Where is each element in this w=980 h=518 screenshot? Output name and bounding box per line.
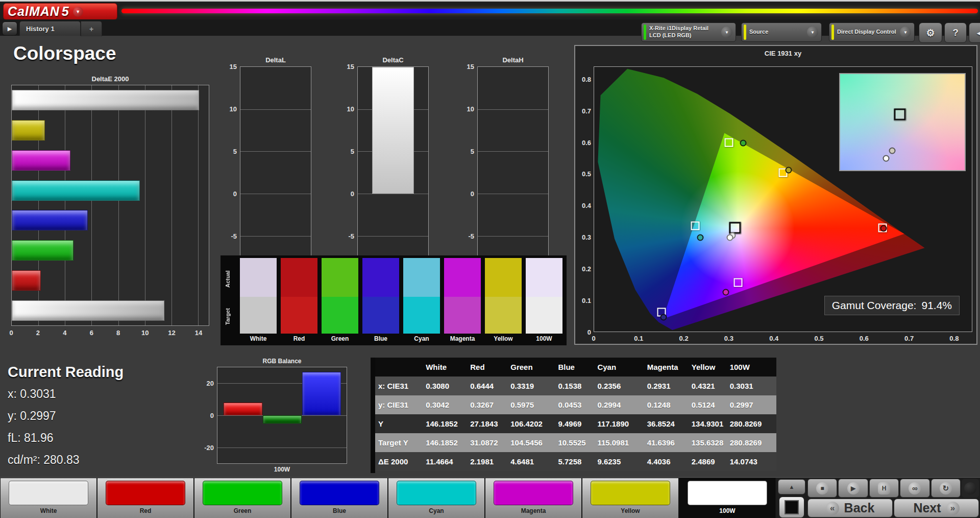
read-series-button[interactable]: H — [869, 479, 899, 498]
plus-icon: + — [89, 25, 93, 33]
display-control-dropdown[interactable]: Direct Display Control ▼ — [829, 22, 915, 42]
app-logo[interactable]: CalMAN 5 ▼ — [3, 3, 117, 20]
rgb-bar-red — [224, 403, 262, 415]
record-dot-icon — [964, 482, 976, 495]
swatch-label: Red — [281, 335, 317, 342]
swatch-col-blue: Blue — [362, 258, 399, 342]
play-button[interactable]: ▶ — [838, 479, 868, 498]
source-dropdown-label: Source — [749, 29, 807, 36]
settings-button[interactable]: ⚙ — [919, 22, 942, 43]
swatch-col-cyan: Cyan — [403, 258, 440, 342]
pattern-swatch — [494, 481, 573, 505]
next-label: Next — [913, 501, 941, 515]
pattern-button-blue[interactable]: Blue — [291, 478, 387, 518]
collapse-panel-button[interactable]: ◀ — [969, 22, 980, 43]
white-measured-dot-2 — [727, 234, 733, 241]
yellow-measured-dot — [785, 167, 792, 174]
table-row-de2000: ΔE 200011.46642.1981 4.64815.72589.6235 … — [375, 452, 776, 471]
play-arrow-icon: ▶ — [8, 26, 12, 32]
swatch-col-yellow: Yellow — [485, 258, 522, 342]
logo-version: 5 — [62, 4, 69, 19]
source-dropdown[interactable]: Source ▼ — [741, 22, 822, 42]
pattern-button-red[interactable]: Red — [97, 478, 193, 518]
cie-y-axis: 0.8 0.7 0.6 0.5 0.4 0.3 0.2 0.1 0 — [576, 66, 591, 332]
chevron-down-icon: ▼ — [900, 27, 911, 38]
tab-nav-arrow-button[interactable]: ▶ — [2, 21, 17, 36]
swatch-col-red: Red — [281, 258, 317, 342]
question-mark-icon: ? — [952, 27, 959, 38]
inset-white-target-square — [894, 108, 906, 120]
continuous-read-button[interactable]: ∞ — [900, 479, 929, 498]
green-target-square — [725, 138, 733, 147]
display-dropdown-label: Direct Display Control — [837, 29, 900, 36]
target-row-label: Target — [225, 299, 232, 334]
tab-history-1[interactable]: History 1 — [19, 21, 81, 36]
bar-magenta — [12, 150, 70, 171]
pattern-swatch — [106, 481, 185, 505]
cie-chart-title: CIE 1931 xy — [594, 50, 972, 57]
pattern-button-yellow[interactable]: Yellow — [582, 478, 678, 518]
pattern-label: Cyan — [429, 507, 444, 514]
swatch-label: Yellow — [485, 335, 522, 342]
pattern-label: 100W — [719, 507, 735, 514]
target-swatch — [240, 297, 277, 334]
add-tab-button[interactable]: + — [81, 21, 102, 36]
pattern-button-magenta[interactable]: Magenta — [485, 478, 581, 518]
transport-controls: ▲ ■ ▶ H ∞ — [776, 478, 980, 518]
rgb-balance-title: RGB Balance — [217, 358, 347, 365]
series-range-icon: H — [878, 482, 890, 495]
chevron-double-right-icon: » — [946, 502, 960, 515]
pattern-button-100w[interactable]: 100W — [679, 478, 775, 518]
logo-menu-chevron-down-icon[interactable]: ▼ — [73, 7, 83, 17]
stop-button[interactable]: ■ — [807, 479, 837, 498]
reading-y: y: 0.2997 — [8, 409, 56, 423]
swatch-label: White — [240, 335, 277, 342]
chevron-left-icon: ◀ — [977, 29, 980, 37]
pattern-swatch — [9, 481, 88, 505]
cie-chromaticity-plot: Gamut Coverage: 91.4% — [594, 66, 972, 332]
refresh-icon: ↻ — [940, 482, 952, 495]
deltal-chart-title: DeltaL — [240, 56, 311, 64]
bar-white — [12, 300, 164, 321]
pattern-swatch — [397, 481, 476, 505]
deltac-chart-title: DeltaC — [357, 56, 429, 64]
rgb-balance-chart — [217, 367, 347, 464]
table-header-row: WhiteRed GreenBlueCyan MagentaYellow100W — [375, 358, 776, 376]
pattern-label: Magenta — [521, 507, 546, 514]
deltah-chart-title: DeltaH — [477, 56, 549, 64]
actual-row-label: Actual — [225, 261, 232, 297]
next-button[interactable]: Next » — [894, 499, 979, 517]
infinity-icon: ∞ — [909, 482, 921, 495]
magenta-target-square — [733, 278, 742, 287]
pattern-swatch — [203, 481, 282, 505]
pattern-window-button[interactable] — [778, 496, 805, 518]
chevron-double-left-icon: « — [826, 502, 839, 515]
deltae2000-chart-title: DeltaE 2000 — [11, 75, 209, 83]
pattern-button-white[interactable]: White — [1, 478, 96, 518]
measurement-table: WhiteRed GreenBlueCyan MagentaYellow100W… — [375, 358, 776, 471]
meter-dropdown[interactable]: X-Rite i1Display Retail LCD (LED RGB) ▼ — [641, 22, 736, 42]
actual-swatch — [281, 258, 317, 297]
rgb-bar-blue — [302, 372, 341, 415]
pattern-swatch — [300, 481, 379, 505]
meter-status-indicator — [962, 479, 979, 498]
pattern-button-cyan[interactable]: Cyan — [388, 478, 484, 518]
rainbow-spectrum-bar — [121, 9, 978, 13]
meter-status-stripe — [644, 25, 646, 40]
actual-swatch — [240, 258, 277, 297]
refresh-read-button[interactable]: ↻ — [931, 479, 961, 498]
target-swatch — [281, 297, 317, 334]
actual-swatch — [362, 258, 399, 297]
bar-yellow — [12, 120, 45, 140]
pattern-button-green[interactable]: Green — [194, 478, 290, 518]
rgb-balance-y-axis: 20 0 -20 — [197, 367, 214, 464]
help-button[interactable]: ? — [944, 22, 967, 43]
collapse-tray-button[interactable]: ▲ — [778, 479, 805, 495]
back-button[interactable]: « Back — [807, 499, 893, 517]
table-scroll-edge — [371, 358, 375, 473]
swatch-col-white: White — [240, 258, 277, 342]
blue-measured-dot — [660, 314, 667, 321]
gamut-coverage-value: 91.4% — [921, 299, 952, 312]
rgb-balance-x-label: 100W — [217, 466, 347, 473]
white-point-zoom-inset — [839, 73, 966, 171]
